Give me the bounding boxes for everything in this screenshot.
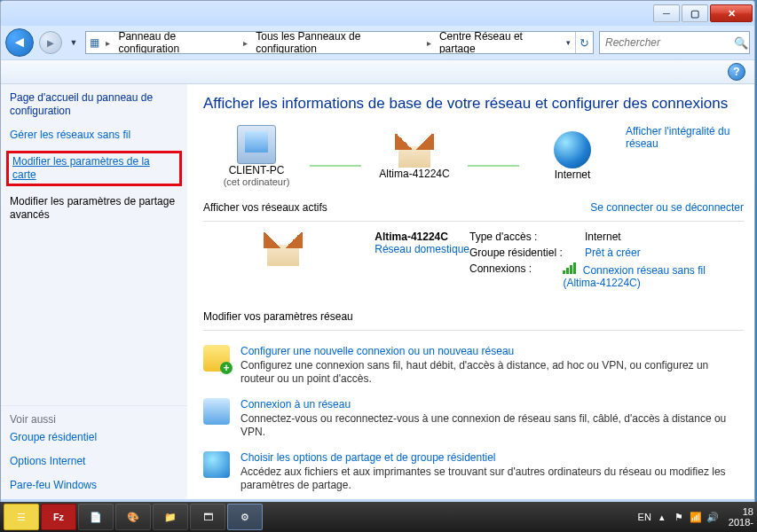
task-description: Accédez aux fichiers et aux imprimantes … [241, 466, 744, 492]
task-description: Configurez une connexion sans fil, haut … [241, 359, 744, 386]
connection-link[interactable]: Connexion réseau sans fil (Altima-41224C… [563, 262, 744, 289]
task-description: Connectez-vous ou reconnectez-vous à une… [241, 412, 744, 439]
breadcrumb-item[interactable]: Tous les Panneaux de configuration [250, 32, 424, 53]
system-tray[interactable]: EN ▴ ⚑ 📶 🔊 18 2018- [638, 506, 753, 528]
active-network-details: Type d'accès : Internet Groupe résidenti… [469, 231, 744, 293]
modify-settings-heading: Modifier vos paramètres réseau [203, 310, 744, 323]
active-network-type-link[interactable]: Réseau domestique [375, 243, 469, 255]
connect-network-icon [203, 398, 230, 425]
history-dropdown-icon[interactable]: ▼ [67, 30, 80, 55]
search-box[interactable]: 🔍 [599, 31, 750, 54]
house-icon [395, 134, 434, 168]
detail-value: Internet [585, 231, 621, 243]
window-icon: 🗔 [203, 512, 213, 522]
chevron-right-icon: ▸ [241, 38, 250, 48]
taskbar-clock[interactable]: 18 2018- [729, 506, 753, 528]
help-icon[interactable]: ? [728, 63, 745, 81]
map-node-label: Altima-41224C [361, 168, 468, 180]
globe-icon [554, 131, 591, 168]
address-bar: ◄ ► ▼ ▦ ▸ Panneau de configuration ▸ Tou… [5, 28, 750, 57]
taskbar-item[interactable]: Fz [41, 504, 76, 530]
map-node-label: CLIENT-PC [203, 164, 310, 176]
signal-bars-icon [563, 262, 576, 274]
chevron-right-icon: ▸ [103, 38, 113, 48]
page-title: Afficher les informations de base de vot… [203, 95, 744, 113]
detail-label: Connexions : [469, 262, 563, 289]
breadcrumb-item[interactable]: Centre Réseau et partage [434, 32, 563, 53]
sidebar-link-manage-wifi[interactable]: Gérer les réseaux sans fil [10, 129, 178, 142]
volume-icon[interactable]: 🔊 [706, 511, 719, 523]
nav-back-button[interactable]: ◄ [5, 28, 34, 57]
task-new-connection: Configurer une nouvelle connexion ou un … [203, 345, 744, 386]
active-networks-heading: Afficher vos réseaux actifs [203, 201, 327, 214]
search-icon: 🔍 [733, 36, 749, 50]
control-panel-home-link[interactable]: Page d'accueil du panneau de configurati… [10, 91, 178, 118]
taskbar[interactable]: ☰ Fz 📄 🎨 📁 🗔 ⚙ EN ▴ ⚑ 📶 🔊 18 2018- [0, 502, 757, 532]
flag-icon[interactable]: ⚑ [673, 511, 685, 523]
breadcrumb[interactable]: ▦ ▸ Panneau de configuration ▸ Tous les … [85, 31, 594, 54]
taskbar-item-active[interactable]: ⚙ [227, 504, 263, 530]
taskbar-item[interactable]: 🎨 [115, 504, 151, 530]
task-list: Configurer une nouvelle connexion ou un … [203, 330, 744, 499]
active-network: Altima-41224C Réseau domestique Type d'a… [203, 221, 744, 293]
search-input[interactable] [600, 36, 733, 49]
app-icon: ☰ [17, 512, 26, 523]
explorer-icon: 📁 [164, 512, 177, 523]
detail-label: Type d'accès : [469, 231, 585, 243]
task-link[interactable]: Connexion à un réseau [241, 398, 351, 411]
language-indicator[interactable]: EN [638, 512, 651, 522]
taskbar-item[interactable]: 📁 [153, 504, 188, 530]
control-panel-icon: ▦ [86, 36, 103, 49]
task-link[interactable]: Configurer une nouvelle connexion ou un … [241, 345, 514, 357]
explorer-window: ─ ▢ ✕ ◄ ► ▼ ▦ ▸ Panneau de configuration… [0, 0, 755, 530]
map-node-sublabel: (cet ordinateur) [203, 176, 310, 187]
paint-icon: 🎨 [127, 512, 139, 523]
sidebar-link-sharing-settings[interactable]: Modifier les paramètres de partage avanc… [10, 195, 178, 222]
new-connection-icon [203, 345, 230, 372]
map-node-router: Altima-41224C [361, 132, 468, 180]
see-also-link-internet-options[interactable]: Options Internet [10, 455, 178, 468]
titlebar: ─ ▢ ✕ [1, 1, 754, 26]
refresh-button[interactable]: ↻ [575, 32, 593, 53]
side-panel: Page d'accueil du panneau de configurati… [1, 84, 187, 499]
full-map-link[interactable]: Afficher l'intégralité du réseau [626, 125, 744, 150]
see-also-section: Voir aussi Groupe résidentiel Options In… [1, 405, 187, 499]
taskbar-item[interactable]: ☰ [4, 504, 39, 530]
chevron-right-icon: ▸ [424, 38, 434, 48]
notepad-icon: 📄 [90, 512, 102, 523]
network-tray-icon[interactable]: 📶 [690, 511, 702, 523]
connect-disconnect-link[interactable]: Se connecter ou se déconnecter [590, 201, 744, 214]
filezilla-icon: Fz [53, 512, 64, 522]
breadcrumb-dropdown-icon[interactable]: ▾ [563, 31, 575, 54]
house-icon [264, 232, 306, 270]
control-panel-icon: ⚙ [241, 512, 249, 523]
active-network-name: Altima-41224C [375, 231, 469, 243]
toolbar: ? [1, 59, 754, 84]
detail-label: Groupe résidentiel : [469, 246, 585, 259]
sidebar-link-adapter-settings[interactable]: Modifier les paramètres de la carte [12, 155, 176, 182]
map-node-this-pc: CLIENT-PC (cet ordinateur) [203, 125, 310, 187]
homegroup-link[interactable]: Prêt à créer [585, 246, 641, 259]
nav-forward-button[interactable]: ► [39, 31, 62, 54]
taskbar-item[interactable]: 📄 [78, 504, 114, 530]
content-area: Afficher les informations de base de vot… [187, 84, 754, 499]
map-node-label: Internet [519, 168, 626, 181]
minimize-button[interactable]: ─ [653, 4, 680, 22]
tray-up-icon[interactable]: ▴ [656, 511, 668, 523]
see-also-link-homegroup[interactable]: Groupe résidentiel [10, 431, 178, 444]
see-also-heading: Voir aussi [10, 413, 178, 426]
highlight-box: Modifier les paramètres de la carte [6, 151, 182, 186]
see-also-link-firewall[interactable]: Pare-feu Windows [10, 479, 178, 492]
task-sharing-options: Choisir les options de partage et de gro… [203, 451, 744, 492]
close-button[interactable]: ✕ [710, 4, 753, 22]
connection-line-icon [468, 165, 519, 167]
network-map: CLIENT-PC (cet ordinateur) Altima-41224C… [203, 125, 744, 187]
taskbar-item[interactable]: 🗔 [190, 504, 225, 530]
connection-line-icon [310, 165, 361, 167]
computer-icon [237, 125, 276, 164]
task-connect-network: Connexion à un réseau Connectez-vous ou … [203, 398, 744, 439]
task-link[interactable]: Choisir les options de partage et de gro… [241, 451, 496, 464]
breadcrumb-item[interactable]: Panneau de configuration [113, 32, 241, 53]
maximize-button[interactable]: ▢ [682, 4, 708, 22]
map-node-internet: Internet [519, 131, 626, 181]
